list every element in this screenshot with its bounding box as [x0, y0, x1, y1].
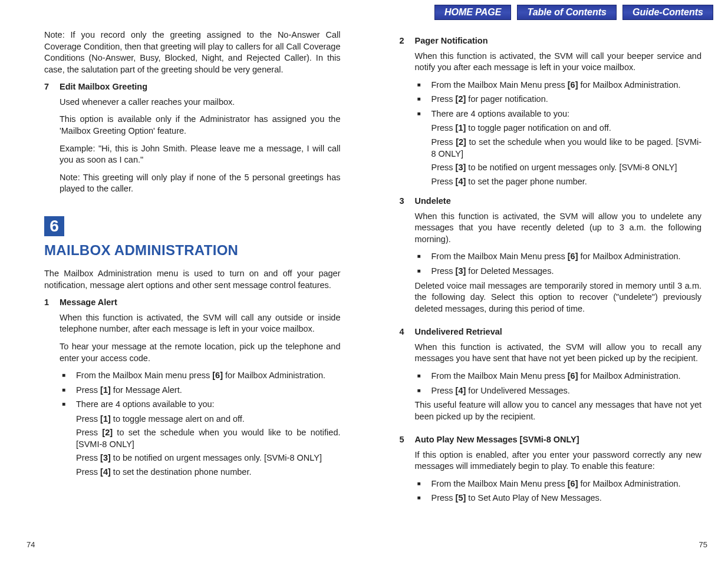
key-label: [5] [456, 493, 466, 503]
body-text: Deleted voice mail messages are temporar… [415, 280, 702, 315]
press-line: Press [4] to set the destination phone n… [60, 467, 341, 478]
chapter-heading: MAILBOX ADMINISTRATION [44, 241, 341, 260]
body-text: If this option is enabled, after you ent… [415, 449, 702, 472]
press-line: Press [4] to set the pager phone number. [415, 176, 702, 188]
section-1: 1 Message Alert When this function is ac… [44, 297, 341, 480]
key-label: [6] [568, 80, 578, 90]
right-content: 2 Pager Notification When this function … [400, 35, 702, 511]
key-label: [4] [456, 386, 466, 395]
key-label: [6] [568, 479, 578, 488]
key-label: [1] [456, 123, 466, 133]
body-text: This useful feature will allow you to ca… [415, 399, 702, 422]
list-item: Press [3] for Deleted Messages. [415, 266, 702, 277]
list-item: From the Mailbox Main Menu press [6] for… [415, 478, 702, 490]
guide-contents-button[interactable]: Guide-Contents [622, 5, 713, 20]
body-text: When this function is activated, the SVM… [415, 342, 702, 365]
body-text: This option is available only if the Adm… [60, 114, 341, 137]
section-title: Pager Notification [415, 35, 702, 47]
key-label: [3] [456, 266, 466, 276]
key-label: [4] [456, 177, 466, 186]
key-label: [3] [456, 163, 466, 172]
list-item: There are 4 options available to you: [415, 108, 702, 120]
left-content: Note: If you record only the greeting as… [44, 29, 341, 484]
section-number: 7 [44, 81, 60, 201]
page-number-right: 75 [699, 540, 707, 549]
bullet-list: From the Mailbox Main Menu press [6] for… [415, 478, 702, 504]
body-text: Used whenever a caller reaches your mail… [60, 97, 341, 108]
page-number-left: 74 [27, 540, 35, 549]
chapter-number-box: 6 [44, 216, 64, 236]
press-line: Press [3] to be notified on urgent messa… [60, 452, 341, 464]
note-top: Note: If you record only the greeting as… [44, 29, 341, 75]
list-item: From the Mailbox Main Menu press [6] for… [415, 371, 702, 382]
key-label: [2] [456, 137, 466, 147]
bullet-list: From the Mailbox Main Menu press [6] for… [415, 251, 702, 277]
section-7: 7 Edit Mailbox Greeting Used whenever a … [44, 81, 341, 201]
page-right: HOME PAGE Table of Contents Guide-Conten… [364, 0, 729, 562]
section-title: Message Alert [60, 297, 341, 309]
press-line: Press [2] to set the schedule when you w… [60, 427, 341, 450]
section-title: Edit Mailbox Greeting [60, 81, 341, 93]
key-label: [1] [100, 414, 111, 424]
list-item: Press [1] for Message Alert. [60, 385, 341, 396]
section-number: 1 [44, 297, 60, 480]
list-item: Press [5] to Set Auto Play of New Messag… [415, 492, 702, 504]
key-label: [3] [100, 453, 111, 462]
key-label: [4] [100, 467, 111, 477]
key-label: [2] [102, 428, 113, 437]
page-left: Note: If you record only the greeting as… [0, 0, 364, 562]
section-title: Undelete [415, 196, 702, 207]
section-number: 2 [400, 35, 415, 190]
list-item: From the Mailbox Main Menu press [6] for… [415, 80, 702, 91]
body-text: When this function is activated, the SVM… [415, 211, 702, 246]
list-item: Press [4] for Undelivered Messages. [415, 385, 702, 397]
key-label: [1] [100, 385, 111, 395]
press-line: Press [1] to toggle message alert on and… [60, 414, 341, 425]
list-item: Press [2] for pager notification. [415, 94, 702, 105]
nav-buttons: HOME PAGE Table of Contents Guide-Conten… [434, 5, 713, 20]
press-line: Press [1] to toggle pager notification o… [415, 123, 702, 134]
table-of-contents-button[interactable]: Table of Contents [517, 5, 617, 20]
bullet-list: From the Mailbox Main Menu press [6] for… [415, 80, 702, 120]
body-text: Note: This greeting will only play if no… [60, 172, 341, 195]
bullet-list: From the Mailbox Main menu press [6] for… [60, 370, 341, 411]
list-item: From the Mailbox Main menu press [6] for… [60, 370, 341, 382]
section-number: 5 [400, 434, 415, 507]
bullet-list: From the Mailbox Main Menu press [6] for… [415, 371, 702, 396]
list-item: From the Mailbox Main Menu press [6] for… [415, 251, 702, 263]
section-title: Auto Play New Messages [SVMi-8 ONLY] [415, 434, 702, 446]
section-4: 4 Undelivered Retrieval When this functi… [400, 326, 702, 428]
press-line: Press [3] to be notified on urgent messa… [415, 162, 702, 174]
list-item: There are 4 options available to you: [60, 399, 341, 411]
body-text: When this function is activated, the SVM… [415, 51, 702, 74]
key-label: [6] [212, 371, 223, 380]
body-text: When this function is activated, the SVM… [60, 312, 341, 335]
body-text: Example: "Hi, this is John Smith. Please… [60, 143, 341, 166]
key-label: [6] [568, 252, 578, 261]
body-text: To hear your message at the remote locat… [60, 341, 341, 364]
section-5: 5 Auto Play New Messages [SVMi-8 ONLY] I… [400, 434, 702, 507]
section-2: 2 Pager Notification When this function … [400, 35, 702, 190]
section-number: 4 [400, 326, 415, 428]
section-number: 3 [400, 196, 415, 320]
home-page-button[interactable]: HOME PAGE [434, 5, 512, 20]
section-3: 3 Undelete When this function is activat… [400, 196, 702, 320]
key-label: [2] [456, 94, 466, 104]
section-title: Undelivered Retrieval [415, 326, 702, 338]
intro-text: The Mailbox Administration menu is used … [44, 268, 341, 291]
press-line: Press [2] to set the schedule when you w… [415, 137, 702, 160]
key-label: [6] [568, 371, 578, 381]
